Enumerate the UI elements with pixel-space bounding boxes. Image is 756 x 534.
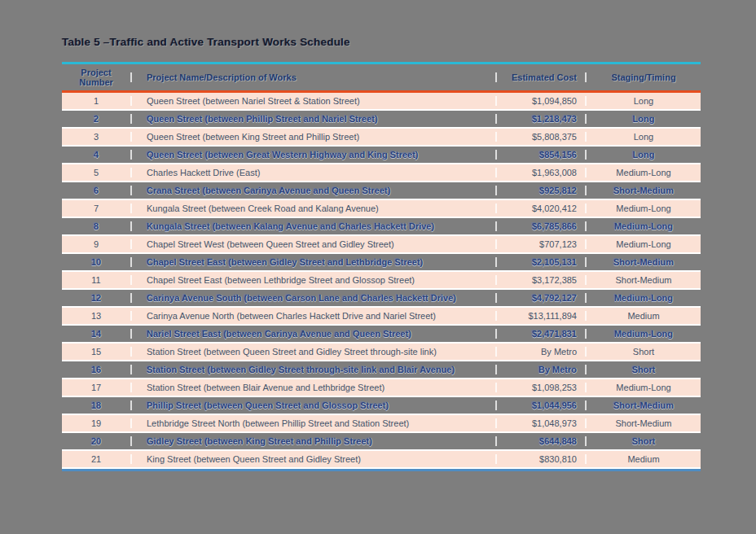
table-row: 14Nariel Street East (between Carinya Av… (62, 326, 701, 344)
estimated-cost-cell: $5,808,375 (495, 132, 585, 142)
project-number-cell: 10 (62, 257, 130, 267)
column-header-project-number: Project Number (62, 68, 130, 87)
project-number-cell: 9 (62, 239, 130, 249)
staging-cell: Medium-Long (585, 293, 701, 303)
table-header-row: Project Number Project Name/Description … (62, 64, 701, 93)
project-name-cell: King Street (between Queen Street and Gi… (130, 454, 495, 464)
project-name-cell: Gidley Street (between King Street and P… (130, 436, 495, 446)
staging-cell: Medium (585, 454, 701, 464)
table-row: 2Queen Street (between Phillip Street an… (62, 111, 701, 129)
table-caption: Table 5 –Traffic and Active Transport Wo… (62, 36, 350, 48)
staging-cell: Medium-Long (585, 168, 701, 177)
project-name-cell: Carinya Avenue North (between Charles Ha… (130, 311, 495, 321)
table-row: 12Carinya Avenue South (between Carson L… (62, 290, 701, 308)
table-row: 6Crana Street (between Carinya Avenue an… (62, 182, 701, 200)
estimated-cost-cell: $644,848 (495, 436, 585, 446)
column-header-staging-timing: Staging/Timing (585, 72, 701, 82)
estimated-cost-cell: $707,123 (495, 239, 585, 249)
project-name-cell: Queen Street (between King Street and Ph… (130, 132, 495, 142)
project-name-cell: Queen Street (between Phillip Street and… (130, 114, 495, 124)
staging-cell: Long (585, 96, 701, 106)
project-number-cell: 21 (62, 454, 130, 464)
project-name-cell: Queen Street (between Nariel Street & St… (130, 96, 495, 106)
project-name-cell: Phillip Street (between Queen Street and… (130, 400, 495, 410)
project-name-cell: Chapel Street East (between Lethbridge S… (130, 275, 495, 285)
estimated-cost-cell: $854,156 (495, 150, 585, 160)
project-number-cell: 6 (62, 186, 130, 195)
staging-cell: Short-Medium (585, 418, 701, 428)
estimated-cost-cell: $4,792,127 (495, 293, 585, 303)
table-row: 4Queen Street (between Great Western Hig… (62, 147, 701, 164)
staging-cell: Short-Medium (585, 186, 701, 195)
staging-cell: Short (585, 365, 701, 374)
estimated-cost-cell: $1,048,973 (495, 418, 585, 428)
table-row: 19Lethbridge Street North (between Phill… (62, 415, 701, 433)
table-row: 21King Street (between Queen Street and … (62, 451, 701, 469)
project-name-cell: Kungala Street (between Creek Road and K… (130, 204, 495, 213)
staging-cell: Medium-Long (585, 221, 701, 231)
table-row: 15Station Street (between Queen Street a… (62, 344, 701, 361)
project-number-cell: 3 (62, 132, 130, 142)
staging-cell: Short-Medium (585, 275, 701, 285)
staging-cell: Long (585, 132, 701, 142)
project-number-cell: 8 (62, 221, 130, 231)
project-name-cell: Carinya Avenue South (between Carson Lan… (130, 293, 495, 303)
estimated-cost-cell: $925,812 (495, 186, 585, 195)
project-name-cell: Station Street (between Blair Avenue and… (130, 383, 495, 392)
project-number-cell: 17 (62, 383, 130, 392)
table-row: 17Station Street (between Blair Avenue a… (62, 379, 701, 397)
project-number-cell: 20 (62, 436, 130, 446)
table-row: 3Queen Street (between King Street and P… (62, 129, 701, 147)
project-number-cell: 1 (62, 96, 130, 106)
project-number-cell: 7 (62, 204, 130, 213)
staging-cell: Short (585, 436, 701, 446)
table-row: 5Charles Hackett Drive (East)$1,963,008M… (62, 164, 701, 182)
project-number-cell: 13 (62, 311, 130, 321)
staging-cell: Medium-Long (585, 239, 701, 249)
project-number-cell: 2 (62, 114, 130, 124)
staging-cell: Medium-Long (585, 329, 701, 339)
project-name-cell: Lethbridge Street North (between Phillip… (130, 418, 495, 428)
staging-cell: Short-Medium (585, 257, 701, 267)
estimated-cost-cell: By Metro (495, 365, 585, 374)
works-schedule-table: Project Number Project Name/Description … (62, 62, 701, 471)
project-number-cell: 12 (62, 293, 130, 303)
staging-cell: Short (585, 347, 701, 357)
project-number-cell: 15 (62, 347, 130, 357)
project-number-cell: 11 (62, 275, 130, 285)
project-name-cell: Station Street (between Queen Street and… (130, 347, 495, 357)
table-row: 16Station Street (between Gidley Street … (62, 361, 701, 379)
staging-cell: Medium (585, 311, 701, 321)
table-row: 13Carinya Avenue North (between Charles … (62, 308, 701, 326)
staging-cell: Short-Medium (585, 400, 701, 410)
table-row: 20Gidley Street (between King Street and… (62, 433, 701, 451)
project-number-cell: 18 (62, 400, 130, 410)
estimated-cost-cell: $2,471,831 (495, 329, 585, 339)
project-number-cell: 14 (62, 329, 130, 339)
estimated-cost-cell: $4,020,412 (495, 204, 585, 213)
table-body: 1Queen Street (between Nariel Street & S… (62, 93, 701, 469)
project-number-cell: 5 (62, 168, 130, 177)
project-number-cell: 4 (62, 150, 130, 160)
estimated-cost-cell: By Metro (495, 347, 585, 357)
table-row: 10Chapel Street East (between Gidley Str… (62, 254, 701, 272)
estimated-cost-cell: $3,172,385 (495, 275, 585, 285)
project-name-cell: Station Street (between Gidley Street th… (130, 365, 495, 374)
project-name-cell: Queen Street (between Great Western High… (130, 150, 495, 160)
project-number-cell: 19 (62, 418, 130, 428)
table-row: 11Chapel Street East (between Lethbridge… (62, 272, 701, 290)
project-number-cell: 16 (62, 365, 130, 374)
staging-cell: Medium-Long (585, 383, 701, 392)
estimated-cost-cell: $1,094,850 (495, 96, 585, 106)
staging-cell: Long (585, 150, 701, 160)
estimated-cost-cell: $830,810 (495, 454, 585, 464)
project-name-cell: Chapel Street West (between Queen Street… (130, 239, 495, 249)
table-row: 8Kungala Street (between Kalang Avenue a… (62, 218, 701, 236)
staging-cell: Medium-Long (585, 204, 701, 213)
project-name-cell: Charles Hackett Drive (East) (130, 168, 495, 177)
table-row: 1Queen Street (between Nariel Street & S… (62, 93, 701, 111)
project-name-cell: Nariel Street East (between Carinya Aven… (130, 329, 495, 339)
estimated-cost-cell: $1,218,473 (495, 114, 585, 124)
column-header-estimated-cost: Estimated Cost (495, 72, 585, 82)
staging-cell: Long (585, 114, 701, 124)
